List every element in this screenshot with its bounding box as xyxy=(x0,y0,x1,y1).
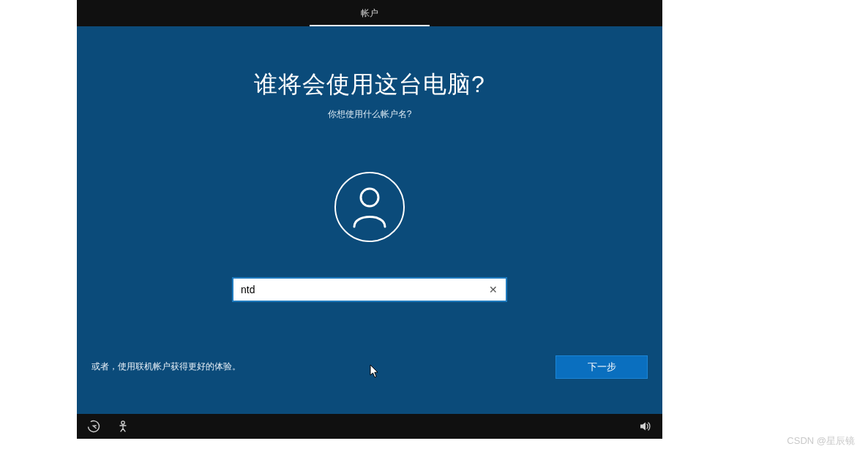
ime-icon xyxy=(116,420,130,433)
volume-icon xyxy=(639,420,652,433)
volume-button[interactable] xyxy=(639,420,652,433)
ime-button[interactable] xyxy=(116,420,130,433)
tab-account[interactable]: 帐户 xyxy=(310,0,430,26)
tab-label: 帐户 xyxy=(361,7,378,20)
oobe-window: 帐户 谁将会使用这台电脑? 你想使用什么帐户名? ✕ 或者，使用联机帐户获得更好… xyxy=(77,0,662,439)
top-bar: 帐户 xyxy=(77,0,662,26)
clear-input-button[interactable]: ✕ xyxy=(485,282,501,298)
close-icon: ✕ xyxy=(489,284,498,295)
svg-point-2 xyxy=(121,421,124,424)
ease-of-access-icon xyxy=(87,420,100,433)
page-subtitle: 你想使用什么帐户名? xyxy=(77,108,662,121)
next-button-label: 下一步 xyxy=(588,361,616,374)
username-input[interactable] xyxy=(241,284,485,295)
page-title: 谁将会使用这台电脑? xyxy=(77,69,662,101)
content-area: 谁将会使用这台电脑? 你想使用什么帐户名? ✕ 或者，使用联机帐户获得更好的体验… xyxy=(77,26,662,414)
username-input-wrap[interactable]: ✕ xyxy=(232,277,507,302)
avatar-placeholder xyxy=(334,172,405,242)
bottom-bar xyxy=(77,414,662,439)
online-account-link[interactable]: 或者，使用联机帐户获得更好的体验。 xyxy=(91,361,241,373)
person-icon xyxy=(351,186,388,228)
watermark: CSDN @星辰镜 xyxy=(787,434,855,448)
svg-point-0 xyxy=(361,189,378,206)
ease-of-access-button[interactable] xyxy=(87,420,100,433)
mouse-cursor-icon xyxy=(370,364,380,379)
next-button[interactable]: 下一步 xyxy=(555,355,648,379)
